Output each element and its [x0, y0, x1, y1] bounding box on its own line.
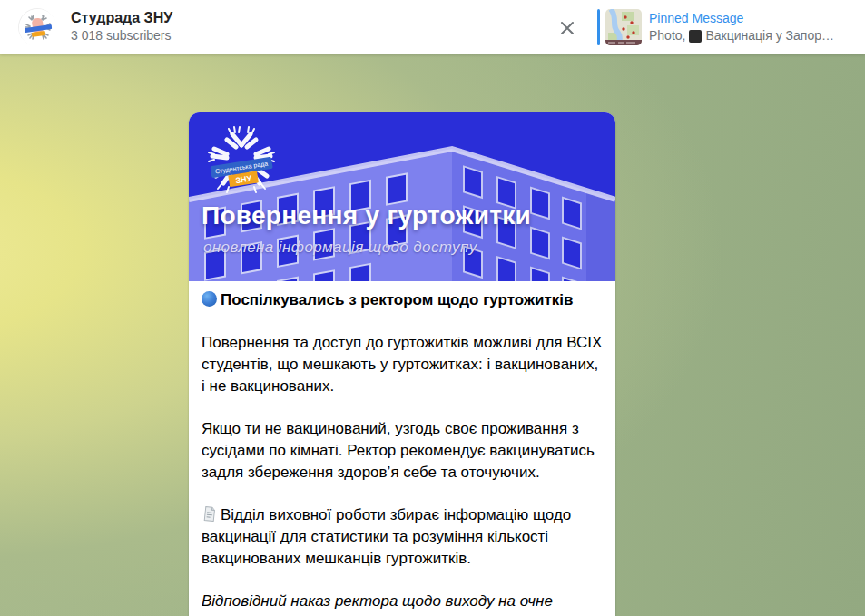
pinned-thumbnail-map — [605, 9, 642, 45]
pinned-preview-text: Вакцинація у Запор… — [705, 27, 834, 44]
pinned-preview: Photo, Вакцинація у Запор… — [649, 27, 834, 44]
pinned-mini-photo-icon — [689, 30, 702, 43]
channel-subscribers: 3 018 subscribers — [71, 27, 172, 44]
paragraph-1: Повернення та доступ до гуртожитків можл… — [202, 332, 603, 397]
photo-subheadline: оновлена інформація щодо доступу — [203, 239, 477, 257]
channel-title: Студрада ЗНУ — [71, 9, 172, 27]
pinned-texts: Pinned Message Photo, Вакцинація у Запор… — [649, 10, 834, 44]
paragraph-italic: Відповідний наказ ректора щодо виходу на… — [202, 591, 603, 616]
channel-avatar[interactable] — [18, 8, 56, 46]
message-photo[interactable]: Студентська рада ЗНУ Повернення у гуртож… — [189, 112, 615, 281]
chat-background: Студентська рада ЗНУ Повернення у гуртож… — [0, 54, 865, 616]
pinned-accent-bar — [597, 9, 600, 45]
close-icon — [556, 17, 578, 39]
paragraph-heading: Поспілкувались з ректором щодо гуртожитк… — [202, 289, 603, 311]
close-pinned-button[interactable] — [555, 15, 580, 41]
photo-headline: Повернення у гуртожитки — [202, 201, 531, 230]
telegram-window: Студрада ЗНУ 3 018 subscribers — [0, 0, 865, 616]
channel-logo-icon — [19, 9, 57, 47]
pinned-label: Pinned Message — [649, 10, 834, 27]
message-bubble: Студентська рада ЗНУ Повернення у гуртож… — [189, 112, 615, 616]
channel-info[interactable]: Студрада ЗНУ 3 018 subscribers — [71, 9, 172, 44]
pinned-preview-prefix: Photo, — [649, 27, 685, 44]
student-council-logo-icon: Студентська рада ЗНУ — [203, 120, 280, 200]
pinned-message-bar[interactable]: Pinned Message Photo, Вакцинація у Запор… — [597, 8, 859, 46]
message-text: Поспілкувались з ректором щодо гуртожитк… — [189, 281, 615, 616]
paragraph-2: Якщо ти не вакцинований, узгодь своє про… — [202, 418, 603, 484]
paragraph-3: Відділ виховної роботи збирає інформацію… — [202, 504, 603, 570]
blue-circle-emoji — [202, 291, 217, 307]
page-emoji — [202, 506, 217, 522]
map-thumbnail-icon — [605, 9, 642, 45]
chat-header: Студрада ЗНУ 3 018 subscribers — [0, 0, 865, 54]
